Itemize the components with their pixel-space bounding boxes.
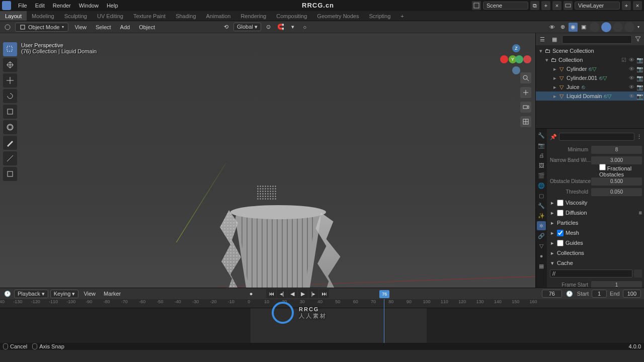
properties-search-input[interactable]: [559, 133, 634, 141]
keyframe-next-icon[interactable]: |▸: [308, 289, 318, 298]
folder-icon[interactable]: [634, 269, 642, 278]
perspective-toggle-icon[interactable]: [520, 116, 531, 127]
panel-diffusion[interactable]: ▸Diffusion≡: [550, 208, 642, 218]
shading-rendered-icon[interactable]: [624, 22, 634, 32]
pivot-icon[interactable]: ⊙: [264, 23, 273, 32]
cache-path-input[interactable]: [550, 269, 632, 278]
tab-uv-editing[interactable]: UV Editing: [92, 11, 128, 21]
preset-icon[interactable]: ≡: [639, 210, 642, 216]
tab-shading[interactable]: Shading: [171, 11, 201, 21]
tab-modeling[interactable]: Modeling: [27, 11, 59, 21]
prop-pin-icon[interactable]: 📌: [550, 134, 557, 140]
start-frame-field[interactable]: 1: [592, 290, 607, 298]
tab-layout[interactable]: Layout: [0, 11, 27, 21]
3d-viewport[interactable]: Options ▾ User Perspective (76) Collecti…: [0, 33, 535, 288]
tree-item-juice[interactable]: ▸▽Juice ⎋ 👁📷: [536, 82, 644, 92]
scene-browse-icon[interactable]: ⧉: [530, 1, 539, 10]
tool-scale-icon[interactable]: [3, 105, 17, 119]
tab-add[interactable]: +: [395, 11, 409, 21]
play-icon[interactable]: ▶: [298, 289, 308, 298]
menu-window[interactable]: Window: [75, 0, 103, 11]
prop-tab-output-icon[interactable]: 🖨: [537, 151, 546, 160]
shading-dropdown-icon[interactable]: ▾: [636, 25, 641, 29]
panel-cache[interactable]: ▾Cache: [550, 258, 642, 268]
keying-menu[interactable]: Keying ▾: [50, 290, 79, 298]
prop-tab-particles-icon[interactable]: ✨: [537, 211, 546, 220]
prop-tab-modifiers-icon[interactable]: 🔧: [537, 201, 546, 210]
tool-rotate-icon[interactable]: [3, 89, 17, 103]
selectability-icon[interactable]: 👁: [547, 23, 556, 32]
prop-tab-physics-icon[interactable]: ⚛: [537, 221, 546, 230]
navigation-gizmo[interactable]: Z Y: [500, 40, 530, 70]
header-view-menu[interactable]: View: [71, 24, 90, 30]
viewlayer-new-icon[interactable]: +: [622, 1, 631, 10]
panel-collections[interactable]: ▸Collections: [550, 248, 642, 258]
preview-range-icon[interactable]: 🕐: [565, 289, 574, 298]
tree-item-cylinder001[interactable]: ▸▽Cylinder.001 ⎋▽ 👁📷: [536, 73, 644, 82]
tool-transform-icon[interactable]: [3, 120, 17, 134]
tool-add-cube-icon[interactable]: [3, 167, 17, 181]
checkbox-fractional[interactable]: [599, 164, 606, 170]
shading-solid-icon[interactable]: [601, 22, 611, 32]
header-add-menu[interactable]: Add: [117, 24, 133, 30]
tool-measure-icon[interactable]: [3, 151, 17, 165]
keyframe-prev-icon[interactable]: ◂|: [277, 289, 287, 298]
prop-tab-object-icon[interactable]: ▢: [537, 191, 546, 200]
zoom-icon[interactable]: [520, 72, 531, 83]
tree-item-liquid-domain[interactable]: ▸▽Liquid Domain ⎋▽ 👁📷: [536, 92, 644, 101]
pan-icon[interactable]: [520, 87, 531, 98]
menu-render[interactable]: Render: [49, 0, 75, 11]
scene-new-icon[interactable]: +: [541, 1, 550, 10]
tool-cursor-icon[interactable]: [3, 58, 17, 72]
end-frame-field[interactable]: 100: [623, 290, 641, 298]
tree-scene-collection[interactable]: ▾🗀Scene Collection: [536, 46, 644, 55]
playback-menu[interactable]: Playback ▾: [14, 290, 48, 298]
tab-rendering[interactable]: Rendering: [235, 11, 271, 21]
tree-item-cylinder[interactable]: ▸▽Cylinder ⎋▽ 👁📷: [536, 64, 644, 73]
viewlayer-name-field[interactable]: ViewLayer: [575, 2, 620, 10]
tab-geometry-nodes[interactable]: Geometry Nodes: [312, 11, 364, 21]
shading-material-icon[interactable]: [613, 22, 623, 32]
tab-texture-paint[interactable]: Texture Paint: [128, 11, 171, 21]
timeline-marker-menu[interactable]: Marker: [101, 291, 124, 297]
snap-icon[interactable]: 🧲: [276, 23, 285, 32]
prop-tab-world-icon[interactable]: 🌐: [537, 181, 546, 190]
liquid-domain-object[interactable]: [216, 200, 337, 288]
snap-dropdown-icon[interactable]: ▾: [288, 23, 297, 32]
tree-collection[interactable]: ▾🗀Collection ☑👁📷: [536, 55, 644, 64]
prop-tab-constraints-icon[interactable]: 🔗: [537, 231, 546, 240]
tool-move-icon[interactable]: [3, 73, 17, 87]
field-frame-start[interactable]: 1: [591, 281, 642, 288]
field-obstacle-distance[interactable]: 0.500: [591, 177, 642, 186]
header-select-menu[interactable]: Select: [93, 24, 114, 30]
field-narrowband[interactable]: 3.000: [591, 156, 642, 164]
outliner-search-input[interactable]: [562, 35, 632, 44]
viewlayer-delete-icon[interactable]: ×: [633, 1, 642, 10]
current-frame-field[interactable]: 76: [542, 290, 562, 298]
tool-select-box-icon[interactable]: [3, 42, 17, 56]
outliner-type-icon[interactable]: ☰: [538, 35, 547, 44]
prop-tab-data-icon[interactable]: ▽: [537, 241, 546, 250]
field-threshold[interactable]: 0.050: [591, 188, 642, 196]
panel-particles[interactable]: ▸Particles: [550, 218, 642, 228]
overlays-icon[interactable]: ◉: [569, 23, 578, 32]
mode-dropdown[interactable]: Object Mode ▾: [15, 23, 68, 32]
prop-tab-viewlayer-icon[interactable]: 🖼: [537, 161, 546, 170]
jump-end-icon[interactable]: ⏭: [319, 289, 329, 298]
outliner-display-icon[interactable]: ▦: [550, 35, 559, 44]
panel-viscosity[interactable]: ▸Viscosity: [550, 198, 642, 208]
camera-view-icon[interactable]: [520, 102, 531, 113]
tab-compositing[interactable]: Compositing: [271, 11, 312, 21]
scene-name-field[interactable]: Scene: [483, 2, 528, 10]
menu-help[interactable]: Help: [103, 0, 122, 11]
tool-annotate-icon[interactable]: [3, 136, 17, 150]
orientation-dropdown[interactable]: Global ▾: [233, 23, 261, 31]
jump-start-icon[interactable]: ⏮: [266, 289, 276, 298]
prop-tab-texture-icon[interactable]: ▦: [537, 261, 546, 270]
filter-icon[interactable]: [635, 36, 642, 43]
editor-type-icon[interactable]: [3, 23, 12, 32]
tab-scripting[interactable]: Scripting: [364, 11, 395, 21]
panel-guides[interactable]: ▸Guides: [550, 238, 642, 248]
xray-icon[interactable]: ▣: [579, 23, 588, 32]
timeline-type-icon[interactable]: 🕐: [3, 289, 12, 298]
